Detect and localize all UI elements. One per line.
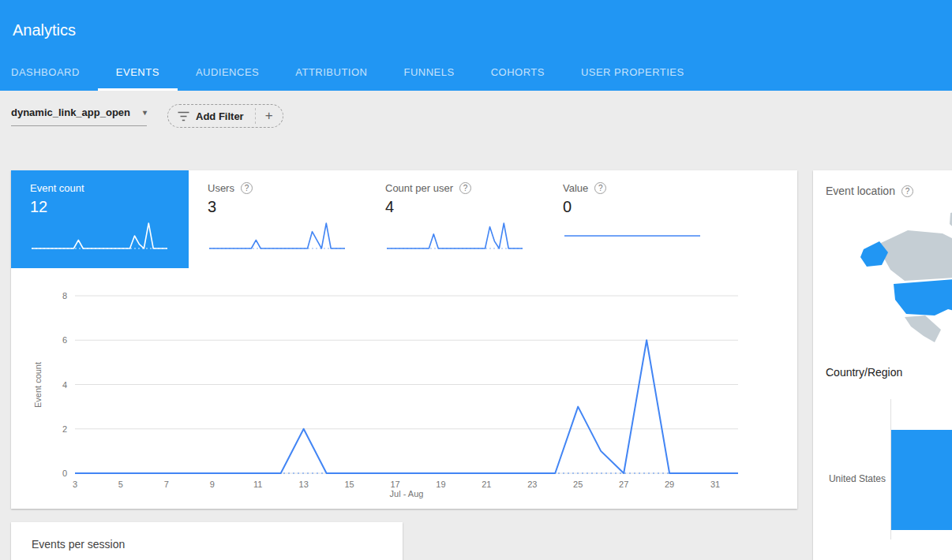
svg-text:29: 29: [665, 480, 674, 489]
map-united-states: [894, 279, 952, 315]
svg-text:31: 31: [710, 480, 720, 489]
y-axis-title: Event count: [33, 362, 43, 408]
svg-text:4: 4: [62, 380, 67, 390]
help-icon[interactable]: ?: [241, 182, 253, 194]
svg-text:27: 27: [619, 480, 628, 489]
help-icon[interactable]: ?: [459, 182, 471, 194]
app-bar: Analytics DASHBOARDEVENTSAUDIENCESATTRIB…: [0, 0, 952, 91]
svg-text:25: 25: [573, 480, 583, 489]
event-location-card: Event location ? Country/Region United S…: [813, 170, 952, 560]
stat-card-value: 0: [563, 198, 703, 216]
filter-icon: [178, 111, 189, 121]
stat-card-label: Users: [208, 182, 234, 194]
svg-text:6: 6: [62, 335, 67, 345]
stat-card-value: 4: [385, 198, 525, 216]
stat-card-users[interactable]: Users?3: [189, 170, 366, 268]
page-title: Analytics: [13, 21, 76, 39]
svg-text:13: 13: [299, 480, 309, 489]
firebase-analytics-page: Analytics DASHBOARDEVENTSAUDIENCESATTRIB…: [0, 0, 952, 560]
stat-card-label: Count per user: [385, 182, 453, 194]
event-location-title: Event location: [826, 185, 895, 197]
stat-card-count-per-user[interactable]: Count per user?4: [366, 170, 544, 268]
svg-text:5: 5: [118, 480, 123, 489]
stat-card-label-row: Value?: [563, 182, 703, 194]
sparkline-value: [563, 218, 702, 253]
stat-card-label: Value: [563, 182, 588, 194]
svg-text:3: 3: [73, 480, 77, 489]
map-canada: [881, 230, 952, 281]
stat-card-label-row: Count per user?: [385, 182, 525, 194]
sparkline-event-count: [30, 218, 169, 253]
events-per-session-title: Events per session: [32, 538, 125, 551]
events-per-session-card: Events per session: [11, 522, 403, 560]
north-america-map[interactable]: [859, 207, 952, 352]
sparkline-users: [208, 218, 347, 253]
tab-attribution[interactable]: ATTRIBUTION: [277, 56, 385, 91]
svg-text:8: 8: [62, 291, 67, 301]
stat-card-value: 3: [208, 198, 347, 216]
stat-card-label-row: Event count: [30, 182, 170, 194]
map-mexico: [905, 315, 941, 342]
stat-card-value: 12: [30, 198, 170, 216]
svg-text:19: 19: [436, 480, 445, 489]
country-row-label: United States: [813, 473, 886, 484]
events-overview-card: Event count12Users?3Count per user?4Valu…: [11, 170, 797, 509]
dropdown-caret-icon: ▾: [143, 108, 147, 117]
country-region-label: Country/Region: [826, 366, 902, 379]
add-filter-label: Add Filter: [196, 110, 244, 122]
stat-card-label: Event count: [30, 182, 84, 194]
tab-audiences[interactable]: AUDIENCES: [178, 56, 277, 91]
stat-card-event-count[interactable]: Event count12: [11, 170, 189, 268]
add-filter-button[interactable]: Add Filter +: [167, 104, 283, 128]
svg-text:0: 0: [62, 469, 67, 478]
filter-bar: dynamic_link_app_open ▾ Add Filter +: [0, 91, 952, 170]
event-selector-value: dynamic_link_app_open: [11, 106, 130, 118]
add-icon: +: [255, 108, 273, 124]
tab-cohorts[interactable]: COHORTS: [473, 56, 563, 91]
sparkline-count-per-user: [385, 218, 524, 253]
tab-dashboard[interactable]: DASHBOARD: [0, 56, 98, 91]
tab-funnels[interactable]: FUNNELS: [385, 56, 472, 91]
event-selector-dropdown[interactable]: dynamic_link_app_open ▾: [11, 106, 147, 126]
svg-text:17: 17: [390, 480, 399, 489]
svg-text:7: 7: [164, 480, 169, 489]
svg-text:11: 11: [253, 480, 262, 489]
x-axis-title: Jul - Aug: [390, 489, 424, 498]
country-bar-united-states[interactable]: [891, 430, 952, 530]
svg-text:9: 9: [210, 480, 215, 489]
event-count-line-chart: 0246835791113151719212325272931: [43, 289, 753, 502]
svg-text:21: 21: [482, 480, 491, 489]
stat-card-value[interactable]: Value?0: [544, 170, 721, 268]
stat-card-row: Event count12Users?3Count per user?4Valu…: [11, 170, 721, 268]
svg-text:2: 2: [62, 424, 67, 434]
help-icon[interactable]: ?: [594, 182, 606, 194]
tab-user-properties[interactable]: USER PROPERTIES: [563, 56, 703, 91]
svg-text:15: 15: [344, 480, 354, 489]
help-icon[interactable]: ?: [901, 185, 913, 197]
tab-bar: DASHBOARDEVENTSAUDIENCESATTRIBUTIONFUNNE…: [0, 56, 703, 91]
stat-card-label-row: Users?: [208, 182, 347, 194]
svg-text:23: 23: [527, 480, 537, 489]
event-location-header: Event location ?: [826, 185, 913, 197]
tab-events[interactable]: EVENTS: [98, 56, 178, 91]
